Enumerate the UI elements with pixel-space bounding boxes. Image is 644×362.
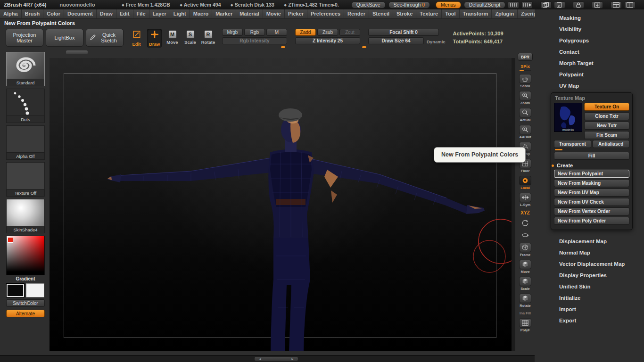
material-selector[interactable]: SkinShade4 [6, 199, 45, 233]
copy-pages-icon[interactable] [540, 1, 552, 8]
texture-thumbnail[interactable]: modello [554, 103, 582, 132]
dynamic-label[interactable]: Dynamic [427, 39, 446, 44]
menu-item[interactable]: Brush [22, 9, 44, 18]
palette-section-header[interactable]: Initialize [535, 292, 644, 304]
palette-section-header[interactable]: Normal Map [535, 247, 644, 258]
palette-section-header[interactable]: Unified Skin [535, 281, 644, 292]
canvas-divider-handle[interactable] [66, 50, 88, 54]
main-color-swatch[interactable] [6, 283, 25, 297]
palette-section-header[interactable]: Import [535, 304, 644, 315]
zsub-button[interactable]: Zsub [317, 29, 338, 36]
menu-item[interactable]: Color [43, 9, 64, 18]
palette-section-header[interactable]: Display Properties [535, 270, 644, 281]
focal-shift-slider[interactable]: Focal Shift 0 [368, 29, 439, 36]
fill-button[interactable]: Fill [554, 152, 629, 160]
alpha-selector[interactable]: Alpha Off [6, 125, 45, 160]
z-intensity-slider[interactable]: Z Intensity 25 [295, 37, 360, 44]
create-texture-button[interactable]: New From Poly Order [554, 217, 629, 225]
menu-item[interactable]: Layer [149, 9, 170, 18]
menu-item[interactable]: Texture [416, 9, 442, 18]
clone-texture-button[interactable]: Clone Txtr [584, 112, 629, 120]
move-3d-button[interactable]: Move [519, 260, 531, 274]
menu-item[interactable]: Alpha [0, 9, 22, 18]
draw-button[interactable]: Draw [147, 29, 162, 48]
create-texture-button[interactable]: New From UV Check [554, 198, 629, 206]
aahalf-button[interactable]: AAHalf [519, 125, 531, 139]
palette-section-header[interactable]: Contact [535, 46, 644, 58]
create-texture-button[interactable]: New From Masking [554, 179, 629, 187]
create-texture-button[interactable]: New From Polypaint [554, 170, 629, 178]
viewport-canvas[interactable] [50, 58, 512, 351]
menu-item[interactable]: Movie [263, 9, 285, 18]
quicksave-button[interactable]: QuickSave [351, 1, 386, 8]
polyf-button[interactable]: PolyF [519, 318, 531, 332]
rotate-z-button[interactable] [519, 230, 531, 240]
alternate-button[interactable]: Alternate [6, 310, 45, 317]
rgb-intensity-slider[interactable]: Rgb Intensity [222, 37, 287, 44]
palette-section-header[interactable]: UV Map [535, 80, 644, 91]
palette-section-header[interactable]: Vector Displacement Map [535, 258, 644, 270]
palette-section-header[interactable]: Visibility [535, 24, 644, 35]
menu-item[interactable]: Document [64, 9, 97, 18]
menu-item[interactable]: Draw [97, 9, 116, 18]
menu-item[interactable]: Light [170, 9, 190, 18]
scroll-left-icon[interactable]: ◄ [258, 357, 262, 361]
fix-seam-button[interactable]: Fix Seam [584, 131, 629, 139]
mrgb-button[interactable]: Mrgb [222, 29, 243, 36]
zadd-button[interactable]: Zadd [295, 29, 316, 36]
antialiased-button[interactable]: Antialiased [593, 140, 630, 148]
menu-item[interactable]: Tool [442, 9, 459, 18]
menu-item[interactable]: Preferences [307, 9, 344, 18]
secondary-color-swatch[interactable] [26, 283, 44, 297]
actual-button[interactable]: Actual [519, 108, 531, 122]
canvas-vertical-scrollbar[interactable] [512, 58, 515, 351]
draw-size-slider[interactable]: Draw Size 64 [368, 37, 424, 44]
move-button[interactable]: M Move [165, 29, 180, 48]
local-button[interactable]: Local [519, 176, 531, 190]
texture-selector[interactable]: Texture Off [6, 162, 45, 197]
menu-item[interactable]: Edit [116, 9, 133, 18]
rotate-button[interactable]: R Rotate [201, 29, 215, 48]
create-texture-button[interactable]: New From Vertex Order [554, 207, 629, 215]
m-button[interactable]: M [266, 29, 287, 36]
bottom-scroll-handle[interactable]: ◄ ► [255, 357, 298, 361]
palette-section-header[interactable]: Morph Target [535, 58, 644, 69]
new-texture-button[interactable]: New Txtr [584, 122, 629, 130]
rotate-3d-button[interactable]: Rotate [519, 294, 531, 308]
bars-play-icon[interactable] [521, 1, 533, 8]
texture-map-title[interactable]: Texture Map [554, 94, 629, 103]
scale-button[interactable]: S Scale [183, 29, 198, 48]
scroll-button[interactable]: Scroll [519, 74, 531, 88]
menus-button[interactable]: Menus [436, 1, 461, 8]
palette-section-header[interactable]: Displacement Map [535, 236, 644, 247]
spix-slider[interactable]: SPix [520, 64, 531, 71]
scroll-right-icon[interactable]: ► [291, 357, 294, 361]
rgb-button[interactable]: Rgb [244, 29, 265, 36]
lsym-button[interactable]: L.Sym [519, 193, 531, 207]
seethrough-button[interactable]: See-through 0 [388, 1, 430, 8]
palette-section-header[interactable]: Masking [535, 12, 644, 24]
defaultzscript-button[interactable]: DefaultZScript [464, 1, 506, 8]
menu-item[interactable]: Marker [212, 9, 236, 18]
transparent-button[interactable]: Transparent [554, 140, 591, 148]
current-color-swatch[interactable] [8, 237, 13, 243]
menu-item[interactable]: Stroke [393, 9, 416, 18]
layout-split-icon[interactable] [624, 1, 636, 8]
menu-item[interactable]: Stencil [369, 9, 393, 18]
page-edit-icon[interactable] [554, 1, 565, 8]
menu-item[interactable]: Macro [190, 9, 212, 18]
bottom-scrollbar[interactable]: ◄ ► [0, 355, 535, 362]
menu-item[interactable]: Zplugin [492, 9, 518, 18]
create-texture-button[interactable]: New From UV Map [554, 189, 629, 197]
edit-button[interactable]: Edit [129, 29, 144, 48]
texture-on-button[interactable]: Texture On [584, 103, 629, 111]
color-picker[interactable] [6, 236, 45, 275]
zcut-button[interactable]: Zcut [339, 29, 360, 36]
lock-icon[interactable] [573, 1, 584, 8]
menu-item[interactable]: Render [344, 9, 369, 18]
menu-item[interactable]: Transform [460, 9, 492, 18]
menu-item[interactable]: Material [236, 9, 263, 18]
frame-button[interactable]: Frame [519, 243, 531, 257]
palette-section-header[interactable]: Polypaint [535, 69, 644, 80]
switchcolor-button[interactable]: SwitchColor [6, 299, 45, 307]
